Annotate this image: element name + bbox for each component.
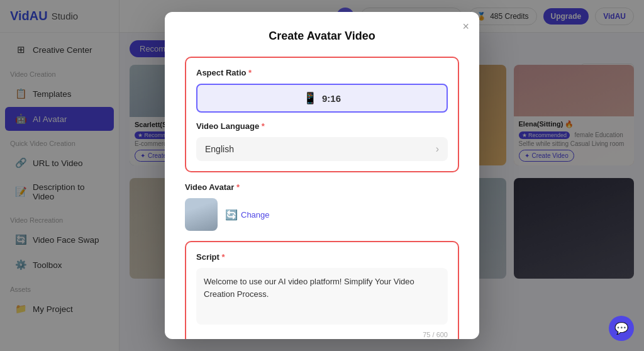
char-count: 75 / 600: [196, 331, 448, 338]
script-field-label: Script *: [196, 252, 448, 262]
chevron-right-icon: ›: [436, 143, 439, 155]
change-avatar-btn[interactable]: 🔄 Change: [225, 209, 270, 221]
avatar-section: Video Avatar * 🔄 Change: [185, 182, 459, 231]
language-select[interactable]: English ›: [196, 137, 448, 161]
aspect-ratio-btn[interactable]: 📱 9:16: [196, 84, 448, 113]
script-section: Script * 75 / 600: [185, 241, 459, 339]
chat-icon[interactable]: 💬: [609, 316, 634, 341]
change-label: Change: [241, 210, 270, 220]
modal-create-avatar: Create Avatar Video × Aspect Ratio * 📱 9…: [165, 12, 479, 339]
modal-close-btn[interactable]: ×: [462, 21, 469, 32]
avatar-thumbnail: [185, 198, 218, 231]
script-textarea[interactable]: [196, 268, 448, 325]
aspect-ratio-value: 9:16: [322, 93, 341, 104]
phone-icon: 📱: [303, 91, 317, 105]
modal-section-aspect-language: Aspect Ratio * 📱 9:16 Video Language * E…: [185, 57, 459, 172]
modal-title: Create Avatar Video: [185, 30, 459, 43]
avatar-display: 🔄 Change: [185, 198, 459, 231]
avatar-field-label: Video Avatar *: [185, 182, 459, 192]
aspect-ratio-field-label: Aspect Ratio *: [196, 68, 448, 77]
video-language-field-label: Video Language *: [196, 121, 448, 131]
language-value: English: [205, 144, 234, 154]
overlay-backdrop: Create Avatar Video × Aspect Ratio * 📱 9…: [0, 0, 644, 351]
refresh-icon: 🔄: [225, 209, 238, 221]
